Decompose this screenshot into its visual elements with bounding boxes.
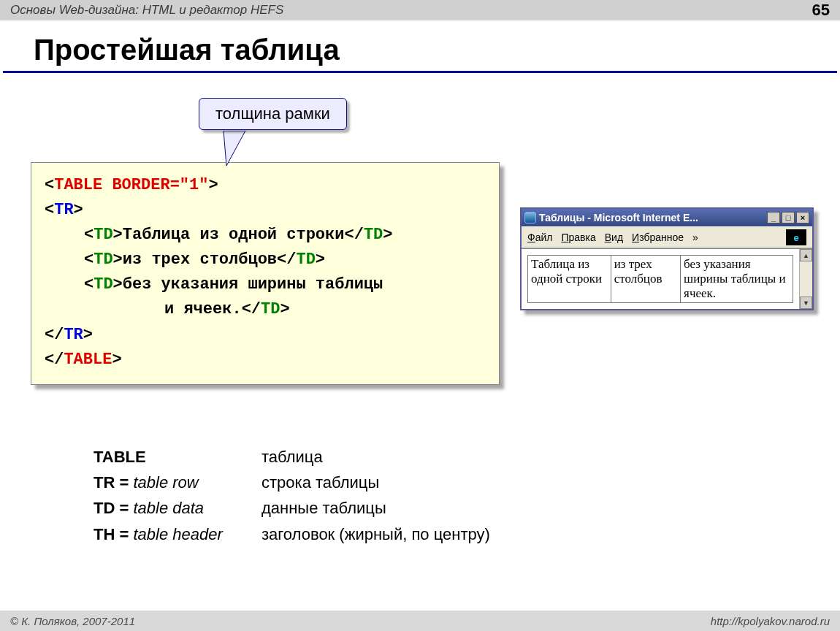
scrollbar[interactable]: ▲ ▼	[799, 249, 812, 309]
browser-menubar: Файл Правка Вид Избранное » e	[522, 226, 812, 248]
code-tag-table: TABLE BORDER="1"	[54, 176, 208, 194]
page-number: 65	[812, 1, 830, 20]
menu-view[interactable]: Вид	[605, 232, 623, 243]
menu-favorites[interactable]: Избранное	[632, 232, 684, 243]
code-cell-1: Таблица из одной строки	[123, 226, 345, 244]
definition-row: TH = table header заголовок (жирный, по …	[93, 521, 490, 547]
code-listing: <TABLE BORDER="1"> <TR> <TD>Таблица из о…	[31, 162, 500, 385]
callout-border-width: толщина рамки	[199, 98, 347, 130]
ie-flag-icon: e	[786, 229, 806, 245]
code-tag-td: TD	[93, 226, 112, 244]
code-tag-tr: TR	[54, 201, 73, 219]
ie-icon	[524, 212, 536, 223]
def-term: TD = table data	[93, 495, 261, 521]
code-tag-table-close: TABLE	[64, 351, 112, 369]
browser-preview: Таблицы - Microsoft Internet E... _ □ × …	[520, 207, 814, 310]
svg-marker-0	[224, 131, 245, 166]
def-desc: строка таблицы	[261, 470, 379, 495]
code-cell-2: из трех столбцов	[123, 251, 277, 269]
scroll-down-icon[interactable]: ▼	[800, 297, 812, 309]
browser-viewport: Таблица из одной строки из трех столбцов…	[522, 249, 799, 309]
footer-url: http://kpolyakov.narod.ru	[711, 615, 830, 627]
minimize-icon[interactable]: _	[767, 212, 780, 223]
slide-header: Основы Web-дизайна: HTML и редактор HEFS…	[0, 0, 840, 20]
rendered-cell: из трех столбцов	[611, 256, 680, 303]
close-icon[interactable]: ×	[796, 212, 809, 223]
def-term: TR = table row	[93, 470, 261, 495]
definition-row: TABLE таблица	[93, 444, 490, 470]
menu-file[interactable]: Файл	[527, 232, 552, 243]
definitions-list: TABLE таблица TR = table row строка табл…	[93, 444, 490, 547]
def-desc: заголовок (жирный, по центру)	[261, 521, 490, 547]
browser-title-text: Таблицы - Microsoft Internet E...	[539, 212, 765, 223]
menu-more[interactable]: »	[692, 232, 698, 243]
definition-row: TR = table row строка таблицы	[93, 470, 490, 495]
slide-footer: © К. Поляков, 2007-2011 http://kpolyakov…	[0, 611, 840, 631]
maximize-icon[interactable]: □	[782, 212, 795, 223]
menu-edit[interactable]: Правка	[561, 232, 595, 243]
footer-author: © К. Поляков, 2007-2011	[10, 615, 135, 627]
rendered-table: Таблица из одной строки из трех столбцов…	[527, 255, 793, 303]
definition-row: TD = table data данные таблицы	[93, 495, 490, 521]
scroll-up-icon[interactable]: ▲	[800, 249, 812, 261]
def-desc: данные таблицы	[261, 495, 386, 521]
slide-title: Простейшая таблица	[3, 20, 837, 73]
def-term: TABLE	[93, 444, 261, 470]
header-title: Основы Web-дизайна: HTML и редактор HEFS	[10, 3, 283, 18]
def-desc: таблица	[261, 444, 323, 470]
def-term: TH = table header	[93, 521, 261, 547]
rendered-cell: Таблица из одной строки	[528, 256, 611, 303]
code-cell-3b: и ячеек.	[164, 300, 242, 318]
browser-titlebar: Таблицы - Microsoft Internet E... _ □ ×	[522, 209, 812, 226]
code-cell-3a: без указания ширины таблицы	[123, 275, 383, 294]
rendered-cell: без указания ширины таблицы и ячеек.	[681, 256, 793, 303]
